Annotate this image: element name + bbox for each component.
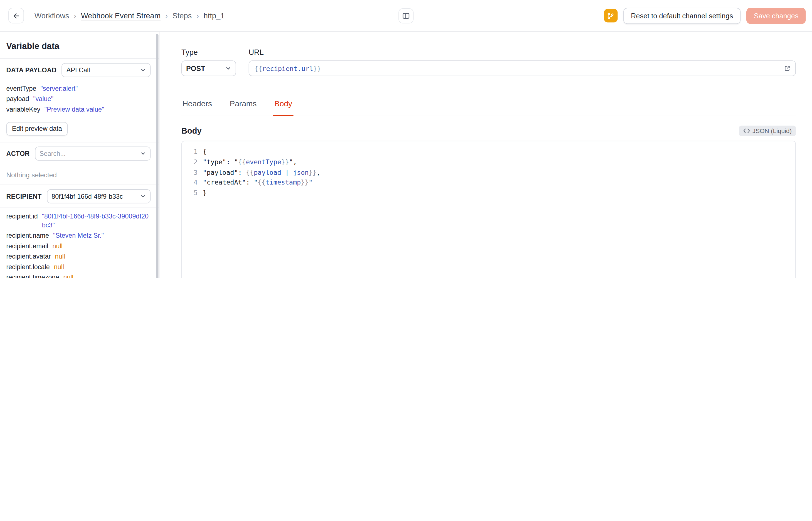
variable-key: variableKey: [6, 105, 40, 114]
code-icon: [743, 128, 750, 134]
panel-title: Variable data: [0, 32, 159, 59]
breadcrumb-item-workflow-name[interactable]: Webhook Event Stream: [81, 12, 161, 20]
url-field: URL {{recipient.url}}: [249, 48, 796, 76]
code-text: "type": "{{eventType}}",: [203, 157, 297, 167]
url-label: URL: [249, 48, 796, 56]
variable-row: variableKey "Preview data value": [6, 105, 150, 114]
reset-channel-settings-button[interactable]: Reset to default channel settings: [623, 7, 741, 24]
toggle-sidebar-button[interactable]: [398, 8, 413, 23]
body-section-label: Body: [182, 126, 202, 136]
variable-row: payload "value": [6, 95, 150, 104]
variable-value: "80f1f4bf-166d-48f9-b33c-39009df20bc3": [42, 212, 151, 230]
variable-key: recipient.email: [6, 242, 48, 251]
variable-value: null: [64, 273, 73, 278]
variable-value: null: [52, 242, 62, 251]
variable-key: eventType: [6, 85, 36, 93]
edit-preview-data-button[interactable]: Edit preview data: [6, 122, 68, 136]
variable-key: payload: [6, 95, 29, 104]
method-selected-value: POST: [186, 64, 205, 72]
breadcrumb-separator-icon: ›: [196, 12, 199, 20]
branch-icon: [607, 12, 615, 20]
url-input[interactable]: {{recipient.url}}: [249, 61, 796, 76]
breadcrumb: Workflows › Webhook Event Stream › Steps…: [34, 12, 225, 20]
data-payload-header: DATA PAYLOAD API Call: [0, 59, 159, 81]
breadcrumb-item-steps[interactable]: Steps: [172, 12, 192, 20]
chevron-down-icon: [140, 151, 146, 156]
actor-search-placeholder: Search...: [40, 150, 66, 157]
request-config-row: Type POST URL {{recipient.url}}: [182, 48, 796, 76]
code-text: {: [203, 146, 207, 157]
method-select[interactable]: POST: [182, 61, 236, 76]
variable-row: recipient.timezone null: [6, 273, 150, 278]
recipient-rows: recipient.id "80f1f4bf-166d-48f9-b33c-39…: [0, 208, 159, 278]
sidebar-panel-icon: [402, 12, 410, 20]
line-number: 1: [182, 146, 203, 157]
variable-value: "server:alert": [41, 85, 78, 93]
url-value: {{recipient.url}}: [254, 64, 321, 72]
topbar-actions: Reset to default channel settings Save c…: [604, 7, 806, 24]
breadcrumb-separator-icon: ›: [74, 12, 76, 20]
data-payload-rows: eventType "server:alert" payload "value"…: [0, 81, 159, 120]
breadcrumb-item-step-name[interactable]: http_1: [204, 12, 225, 20]
type-label: Type: [182, 48, 236, 56]
variable-key: recipient.locale: [6, 263, 49, 272]
variable-value: null: [54, 263, 64, 272]
recipient-select[interactable]: 80f1f4bf-166d-48f9-b33c: [47, 189, 150, 203]
tab-params[interactable]: Params: [229, 99, 258, 116]
variable-key: recipient.name: [6, 231, 49, 241]
variable-value: "value": [33, 95, 54, 104]
editor-language-badge: JSON (Liquid): [739, 126, 796, 136]
http-request-editor: Type POST URL {{recipient.url}}: [160, 32, 812, 278]
code-line[interactable]: 4"createdAt": "{{timestamp}}": [182, 178, 795, 188]
data-payload-label: DATA PAYLOAD: [6, 67, 56, 74]
breadcrumb-item-workflows[interactable]: Workflows: [34, 12, 69, 20]
back-button[interactable]: [8, 8, 24, 23]
breadcrumb-separator-icon: ›: [165, 12, 168, 20]
chevron-down-icon: [140, 194, 146, 199]
sidebar-scrollbar[interactable]: [156, 34, 158, 278]
arrow-left-icon: [12, 12, 20, 20]
method-field: Type POST: [182, 48, 236, 76]
actor-search-select[interactable]: Search...: [35, 146, 150, 161]
variable-row: eventType "server:alert": [6, 85, 150, 93]
actor-empty-state: Nothing selected: [0, 165, 159, 184]
actor-label: ACTOR: [6, 150, 29, 157]
variable-row: recipient.name "Steven Metz Sr.": [6, 231, 150, 241]
variable-row: recipient.locale null: [6, 263, 150, 272]
variable-key: recipient.timezone: [6, 273, 59, 278]
code-line[interactable]: 5}: [182, 188, 795, 198]
line-number: 3: [182, 167, 203, 178]
page-content: Variable data DATA PAYLOAD API Call even…: [0, 32, 812, 278]
app-window: Workflows › Webhook Event Stream › Steps…: [0, 0, 812, 278]
variable-row: recipient.id "80f1f4bf-166d-48f9-b33c-39…: [6, 212, 150, 230]
line-number: 2: [182, 157, 203, 167]
code-line[interactable]: 3"payload": {{payload | json}},: [182, 167, 795, 178]
body-section-header: Body JSON (Liquid): [182, 126, 796, 136]
tab-headers[interactable]: Headers: [182, 99, 213, 116]
variable-value: "Steven Metz Sr.": [53, 231, 104, 241]
line-number: 4: [182, 178, 203, 188]
editor-language-text: JSON (Liquid): [753, 127, 792, 134]
variable-key: recipient.avatar: [6, 252, 51, 261]
code-lines: 1{2"type": "{{eventType}}",3"payload": {…: [182, 146, 795, 198]
chevron-down-icon: [140, 67, 146, 73]
topbar-center: [398, 8, 413, 23]
commit-status-button[interactable]: [604, 9, 618, 23]
body-code-editor[interactable]: 1{2"type": "{{eventType}}",3"payload": {…: [182, 141, 796, 278]
code-line[interactable]: 2"type": "{{eventType}}",: [182, 157, 795, 167]
chevron-down-icon: [225, 65, 231, 71]
variable-row: recipient.avatar null: [6, 252, 150, 261]
data-payload-selected-value: API Call: [67, 67, 90, 74]
variable-data-panel: Variable data DATA PAYLOAD API Call even…: [0, 32, 160, 278]
save-changes-button[interactable]: Save changes: [747, 7, 806, 24]
line-number: 5: [182, 188, 203, 198]
code-line[interactable]: 1{: [182, 146, 795, 157]
variable-value: null: [55, 252, 65, 261]
recipient-header: RECIPIENT 80f1f4bf-166d-48f9-b33c: [0, 184, 159, 207]
external-link-icon[interactable]: [784, 65, 791, 71]
data-payload-select[interactable]: API Call: [62, 63, 151, 77]
recipient-selected-value: 80f1f4bf-166d-48f9-b33c: [51, 192, 123, 200]
tab-body[interactable]: Body: [273, 99, 293, 116]
request-tabs: Headers Params Body: [182, 99, 796, 116]
actor-header: ACTOR Search...: [0, 142, 159, 165]
